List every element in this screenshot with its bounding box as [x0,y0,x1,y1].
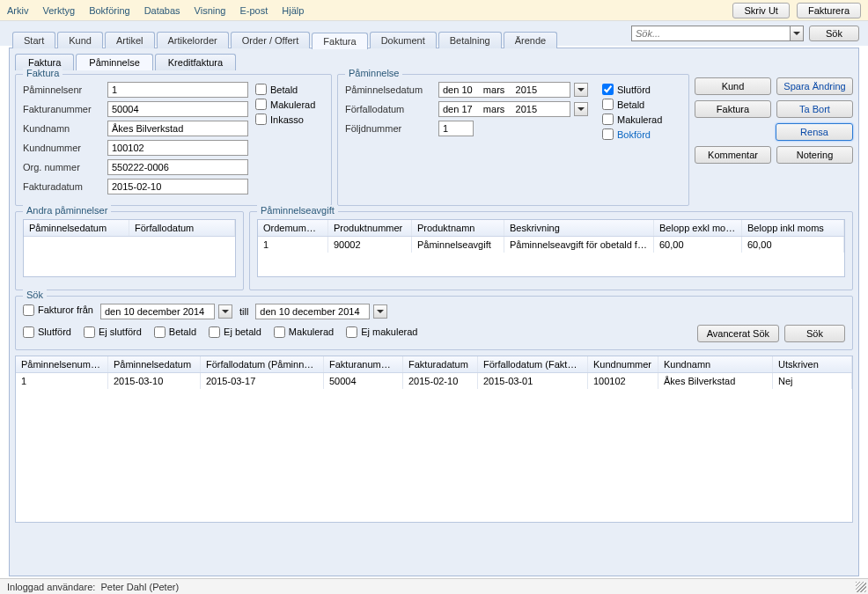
input-orgnummer[interactable] [107,159,248,175]
chk-inkasso[interactable] [255,114,267,125]
sok-date-from[interactable] [100,304,215,319]
faktura-button[interactable]: Faktura [695,100,771,118]
res-col-5[interactable]: Förfallodatum (Faktura) [478,356,588,372]
res-col-8[interactable]: Utskriven [773,356,852,372]
sok-date-to[interactable] [255,304,370,319]
search-dropdown-icon[interactable] [790,26,804,41]
lbl-till: till [239,306,248,317]
lbl-kundnummer: Kundnummer [23,143,102,153]
paminnelseavgift-group: Påminnelseavgift Ordemummer Produktnumme… [249,211,853,290]
chk-sok-0[interactable] [23,326,34,338]
res-col-4[interactable]: Fakturadatum [403,356,478,372]
input-kundnamn[interactable] [107,121,248,136]
menu-visning[interactable]: Visning [195,5,226,16]
chk-sok-4[interactable] [274,326,285,338]
calendar-icon[interactable] [218,304,232,319]
chk-fakturor-fran[interactable] [23,304,34,316]
result-row[interactable]: 1 2015-03-10 2015-03-17 50004 2015-02-10… [16,373,852,389]
kund-button[interactable]: Kund [695,77,771,95]
chk-bokford[interactable] [602,128,614,140]
menu-epost[interactable]: E-post [240,5,268,16]
tab-dokument[interactable]: Dokument [370,32,437,48]
res-col-2[interactable]: Förfallodatum (Påminnelse) [201,356,324,372]
menu-databas[interactable]: Databas [144,5,180,16]
avgift-row[interactable]: 1 90002 Påminnelseavgift Påminnelseavgif… [258,237,844,253]
input-fakturadatum[interactable] [107,179,248,194]
tab-betalning[interactable]: Betalning [438,32,502,48]
tab-artikel[interactable]: Artikel [105,32,155,48]
lbl-betald: Betald [270,84,298,95]
menu-hjalp[interactable]: Hjälp [282,5,304,16]
res-col-7[interactable]: Kundnamn [658,356,773,372]
andra-col-0[interactable]: Påminnelsedatum [24,220,129,236]
res-col-0[interactable]: Påminnelsenummer [16,356,108,372]
calendar-icon[interactable] [373,304,387,319]
input-foljdnummer[interactable] [438,121,474,136]
res-col-3[interactable]: Fakturanummer [324,356,403,372]
resize-grip-icon[interactable] [856,582,866,592]
spara-button[interactable]: Spara Ändring [776,77,853,95]
rensa-button[interactable]: Rensa [776,123,853,141]
subtab-kreditfaktura[interactable]: Kreditfaktura [155,54,236,70]
avgift-col-4[interactable]: Belopp exkl moms [654,220,742,236]
chk-makulerad-pam[interactable] [602,114,614,125]
main-tabs: Start Kund Artikel Artikelorder Order / … [12,32,557,48]
menu-bokforing[interactable]: Bokföring [89,5,129,16]
chk-sok-3[interactable] [209,326,220,338]
lbl-slutford: Slutförd [617,84,651,95]
menu-arkiv[interactable]: Arkiv [7,5,28,16]
sok-button[interactable]: Sök [784,325,845,342]
lbl-paminnelsedatum: Påminnelsedatum [345,84,433,95]
res-col-6[interactable]: Kundnummer [588,356,658,372]
chk-sok-2[interactable] [154,326,166,338]
chk-sok-1[interactable] [84,326,95,338]
tab-faktura[interactable]: Faktura [312,33,367,49]
lbl-paminnelsenr: Påminnelsenr [23,84,102,95]
input-forfallodatum[interactable] [438,101,570,117]
menu-verktyg[interactable]: Verktyg [42,5,75,16]
lbl-kundnamn: Kundnamn [23,123,102,134]
chk-sok-5[interactable] [346,326,357,338]
menu-bar: Arkiv Verktyg Bokföring Databas Visning … [0,0,868,21]
global-search-button[interactable]: Sök [809,26,859,41]
notering-button[interactable]: Notering [776,146,853,164]
tabort-button[interactable]: Ta Bort [776,100,853,118]
chk-makulerad-faktura[interactable] [255,99,267,110]
tab-artikelorder[interactable]: Artikelorder [157,32,229,48]
lbl-betald-pam: Betald [617,99,644,110]
input-fakturanummer[interactable] [107,101,248,117]
calendar-icon[interactable] [574,102,588,116]
res-col-1[interactable]: Påminnelsedatum [108,356,201,372]
subtab-paminnelse[interactable]: Påminnelse [76,54,152,70]
input-paminnelsedatum[interactable] [438,82,570,98]
lbl-fakturor-fran: Fakturor från [38,304,93,315]
tab-arende[interactable]: Ärende [504,32,557,48]
tab-order-offert[interactable]: Order / Offert [231,32,311,48]
chk-betald-faktura[interactable] [255,84,267,95]
chk-betald-pam[interactable] [602,99,614,110]
avgift-col-2[interactable]: Produktnamn [412,220,504,236]
global-search-input[interactable] [631,26,790,41]
avgift-col-3[interactable]: Beskrivning [504,220,654,236]
input-kundnummer[interactable] [107,140,248,156]
tab-kund[interactable]: Kund [57,32,103,48]
lbl-forfallodatum: Förfallodatum [345,104,433,114]
andra-col-1[interactable]: Förfallodatum [129,220,235,236]
main-panel: Faktura Påminnelse Kreditfaktura Faktura… [9,48,859,576]
avancerat-sok-button[interactable]: Avancerat Sök [697,325,779,342]
chk-slutford[interactable] [602,84,614,95]
avgift-col-1[interactable]: Produktnummer [328,220,412,236]
avgift-col-0[interactable]: Ordemummer [258,220,328,236]
lbl-inkasso: Inkasso [270,114,304,125]
lbl-orgnummer: Org. nummer [23,162,102,172]
lbl-makulerad: Makulerad [270,99,315,110]
calendar-icon[interactable] [574,83,588,97]
lbl-fakturanummer: Fakturanummer [23,104,102,114]
avgift-col-5[interactable]: Belopp inkl moms [742,220,844,236]
lbl-foljdnummer: Följdnummer [345,123,433,134]
print-button[interactable]: Skriv Ut [732,3,790,18]
invoice-button[interactable]: Fakturera [797,3,861,18]
kommentar-button[interactable]: Kommentar [695,146,771,164]
input-paminnelsenr[interactable] [107,82,248,98]
tab-start[interactable]: Start [12,32,55,48]
